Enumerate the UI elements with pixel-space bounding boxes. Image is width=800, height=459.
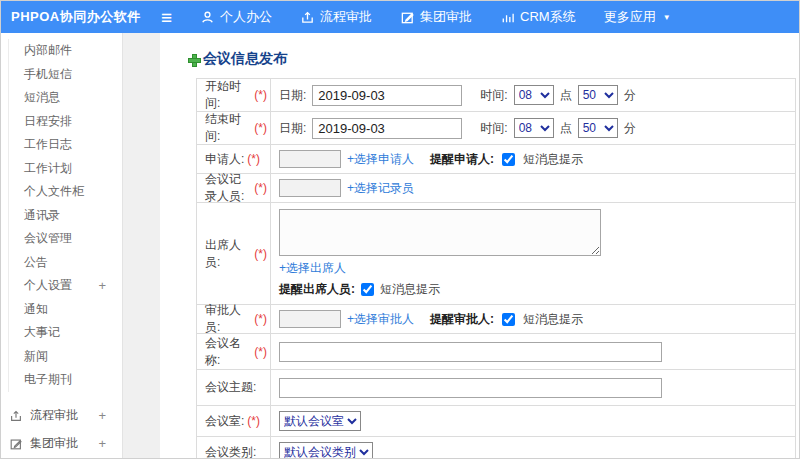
sidebar-item-label: 个人文件柜	[24, 180, 84, 204]
field-content: +选择审批人 提醒审批人: 短消息提示	[271, 305, 795, 333]
field-content	[271, 334, 795, 369]
end-minute-select[interactable]: 50	[578, 118, 618, 138]
nav-label: 集团审批	[420, 8, 472, 26]
sidebar-personal-tree: 内部邮件 手机短信 短消息 日程安排 工作日志 工作计划 个人文件柜 通讯录 会…	[8, 39, 122, 392]
start-hour-select[interactable]: 08	[514, 85, 554, 105]
field-content: 默认会议类别	[271, 437, 795, 459]
sidebar-item-contacts[interactable]: 通讯录	[9, 204, 122, 228]
applicant-input[interactable]	[279, 150, 341, 168]
sidebar-item-file-cabinet[interactable]: 个人文件柜	[9, 180, 122, 204]
field-content: 日期: 时间: 08 点 50 分	[271, 79, 795, 111]
start-date-input[interactable]	[312, 85, 462, 106]
form-row-end-time: 结束时间: (*) 日期: 时间: 08 点 50 分	[197, 112, 795, 145]
green-plus-icon	[188, 54, 199, 65]
meeting-category-select[interactable]: 默认会议类别	[279, 442, 373, 459]
sidebar-item-meeting-management[interactable]: 会议管理	[9, 227, 122, 251]
sidebar-section-label: 流程审批	[30, 407, 78, 424]
required-marker: (*)	[254, 88, 267, 102]
sidebar: 内部邮件 手机短信 短消息 日程安排 工作日志 工作计划 个人文件柜 通讯录 会…	[1, 33, 123, 459]
start-minute-select[interactable]: 50	[578, 85, 618, 105]
attendees-sms-checkbox[interactable]	[361, 283, 374, 296]
required-marker: (*)	[247, 414, 260, 428]
app-logo[interactable]: PHPOA协同办公软件	[1, 8, 161, 26]
sidebar-item-label: 工作计划	[24, 157, 72, 181]
sidebar-item-work-log[interactable]: 工作日志	[9, 133, 122, 157]
nav-personal-office[interactable]: 个人办公	[200, 8, 272, 26]
meeting-room-select[interactable]: 默认会议室	[279, 411, 361, 431]
choose-recorder-link[interactable]: +选择记录员	[347, 180, 414, 197]
form-row-approver: 审批人员: (*) +选择审批人 提醒审批人: 短消息提示	[197, 305, 795, 334]
page-title-text: 会议信息发布	[203, 50, 287, 68]
upload-icon	[300, 10, 315, 25]
choose-applicant-link[interactable]: +选择申请人	[347, 151, 414, 168]
sidebar-item-news[interactable]: 新闻	[9, 345, 122, 369]
form-row-recorder: 会议记录人员: (*) +选择记录员	[197, 174, 795, 203]
sidebar-item-mobile-sms[interactable]: 手机短信	[9, 63, 122, 87]
approver-input[interactable]	[279, 310, 341, 328]
label-text: 会议名称:	[205, 335, 251, 369]
end-date-input[interactable]	[312, 118, 462, 139]
form-row-meeting-category: 会议类别: 默认会议类别	[197, 437, 795, 459]
sidebar-item-label: 内部邮件	[24, 39, 72, 63]
remind-label: 提醒申请人:	[430, 151, 494, 168]
choose-approver-link[interactable]: +选择审批人	[347, 311, 414, 328]
required-marker: (*)	[247, 152, 260, 166]
label-text: 结束时间:	[205, 111, 251, 145]
nav-group-approval[interactable]: 集团审批	[400, 8, 472, 26]
sidebar-item-short-message[interactable]: 短消息	[9, 86, 122, 110]
sidebar-item-personal-settings[interactable]: 个人设置 +	[9, 274, 122, 298]
approver-sms-checkbox[interactable]	[502, 313, 515, 326]
expand-plus-icon[interactable]: +	[98, 436, 106, 451]
sidebar-item-label: 个人设置	[24, 274, 72, 298]
nav-crm-system[interactable]: CRM系统	[500, 8, 576, 26]
sidebar-item-internal-mail[interactable]: 内部邮件	[9, 39, 122, 63]
label-text: 会议类别:	[205, 444, 256, 459]
nav-more-apps[interactable]: 更多应用 ▼	[604, 8, 671, 26]
nav-label: 流程审批	[320, 8, 372, 26]
field-label: 出席人员: (*)	[197, 203, 271, 304]
edit-square-icon	[400, 10, 415, 25]
end-hour-select[interactable]: 08	[514, 118, 554, 138]
sidebar-item-label: 通知	[24, 298, 48, 322]
expand-plus-icon[interactable]: +	[98, 408, 106, 423]
form-row-start-time: 开始时间: (*) 日期: 时间: 08 点 50 分	[197, 79, 795, 112]
label-text: 会议室:	[205, 413, 244, 430]
remind-label: 提醒审批人:	[430, 311, 494, 328]
sidebar-item-milestones[interactable]: 大事记	[9, 321, 122, 345]
applicant-sms-checkbox[interactable]	[502, 153, 515, 166]
sidebar-item-label: 大事记	[24, 321, 60, 345]
sidebar-item-e-journal[interactable]: 电子期刊	[9, 368, 122, 392]
label-text: 审批人员:	[205, 302, 251, 336]
form-row-meeting-room: 会议室: (*) 默认会议室	[197, 406, 795, 437]
app-window: PHPOA协同办公软件 ≡ 个人办公 流程审批 集团审批 CRM系统 更多应用 …	[0, 0, 800, 459]
nav-process-approval[interactable]: 流程审批	[300, 8, 372, 26]
sidebar-section-group-approval[interactable]: 集团审批 +	[1, 430, 122, 458]
sidebar-item-notification[interactable]: 通知	[9, 298, 122, 322]
sms-label: 短消息提示	[523, 311, 583, 328]
top-navigation: 个人办公 流程审批 集团审批 CRM系统 更多应用 ▼	[200, 8, 671, 26]
label-text: 开始时间:	[205, 78, 251, 112]
sidebar-section-process-approval[interactable]: 流程审批 +	[1, 402, 122, 430]
attendees-textarea[interactable]	[279, 209, 601, 256]
form-row-attendees: 出席人员: (*) +选择出席人 提醒出席人员: 短消息提示	[197, 203, 795, 305]
choose-attendees-link[interactable]: +选择出席人	[279, 260, 346, 277]
sidebar-item-schedule[interactable]: 日程安排	[9, 110, 122, 134]
sidebar-item-announcement[interactable]: 公告	[9, 251, 122, 275]
expand-plus-icon[interactable]: +	[98, 274, 106, 298]
hamburger-menu-icon[interactable]: ≡	[161, 8, 172, 27]
minute-unit: 分	[624, 120, 636, 137]
hour-unit: 点	[560, 120, 572, 137]
required-marker: (*)	[254, 247, 267, 261]
sidebar-section-label: 集团审批	[30, 435, 78, 452]
meeting-name-input[interactable]	[279, 342, 662, 362]
recorder-input[interactable]	[279, 179, 341, 197]
sms-label: 短消息提示	[380, 281, 440, 298]
caret-down-icon: ▼	[663, 13, 671, 22]
upload-icon	[9, 409, 23, 423]
edit-square-icon	[9, 437, 23, 451]
field-content: +选择出席人 提醒出席人员: 短消息提示	[271, 203, 795, 304]
field-label: 会议名称: (*)	[197, 334, 271, 369]
meeting-subject-input[interactable]	[279, 378, 662, 398]
sidebar-item-work-plan[interactable]: 工作计划	[9, 157, 122, 181]
sidebar-item-label: 电子期刊	[24, 368, 72, 392]
